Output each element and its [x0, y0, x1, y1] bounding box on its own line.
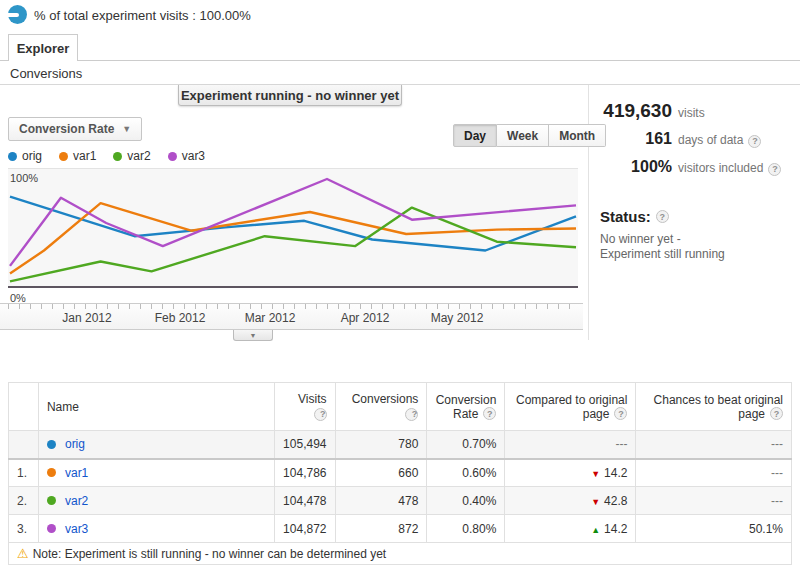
cell-rate: 0.60% — [427, 459, 505, 487]
header-compared-label: Compared to original page — [516, 393, 627, 421]
cell-compared: ▼14.2 — [505, 459, 636, 487]
help-icon[interactable] — [483, 407, 496, 420]
variant-dot-orig — [47, 440, 56, 449]
cell-rate: 0.70% — [427, 431, 505, 459]
variant-link-var1[interactable]: var1 — [65, 466, 88, 480]
tab-explorer-label: Explorer — [17, 41, 70, 56]
cell-compared: --- — [505, 431, 636, 459]
summary-visitors-included: 100% visitors included — [600, 158, 800, 176]
row-index: 1. — [9, 459, 39, 487]
tab-explorer[interactable]: Explorer — [8, 34, 78, 61]
legend-label-var1: var1 — [73, 149, 96, 163]
status-text-line1: No winner yet - — [600, 232, 725, 247]
table-row-var1: 1. var1 104,786 660 0.60% ▼14.2 --- — [9, 459, 792, 487]
x-axis-label-may: May 2012 — [431, 311, 484, 325]
x-axis-band: Jan 2012 Feb 2012 Mar 2012 Apr 2012 May … — [0, 303, 583, 330]
cell-rate: 0.80% — [427, 515, 505, 543]
cell-visits: 105,494 — [275, 431, 335, 459]
cell-conversions: 780 — [335, 431, 427, 459]
variant-link-orig[interactable]: orig — [65, 437, 85, 451]
table-note-row: Note: Experiment is still running - no w… — [9, 543, 792, 565]
legend-item-var3: var3 — [168, 149, 205, 163]
cell-compared-value: 14.2 — [604, 522, 627, 536]
legend-label-var3: var3 — [182, 149, 205, 163]
variant-name-cell: orig — [47, 437, 266, 451]
cell-compared: ▼42.8 — [505, 487, 636, 515]
visits-label: visits — [678, 106, 705, 120]
visits-value: 419,630 — [600, 100, 672, 122]
trend-down-icon: ▼ — [591, 469, 600, 479]
summary-days: 161 days of data — [600, 130, 800, 148]
header-rate: Conversion Rate — [427, 383, 505, 431]
granularity-week-button[interactable]: Week — [497, 124, 549, 147]
cell-visits: 104,478 — [275, 487, 335, 515]
help-icon[interactable] — [768, 163, 781, 176]
legend-dot-var3 — [168, 152, 177, 161]
row-index: 3. — [9, 515, 39, 543]
experiment-status-banner: Experiment running - no winner yet — [178, 85, 402, 106]
summary-visits: 419,630 visits — [600, 100, 800, 122]
legend-dot-var2 — [113, 152, 122, 161]
header-visits: Visits — [275, 383, 335, 431]
granularity-day-button[interactable]: Day — [453, 124, 497, 147]
timeline-collapse-handle[interactable]: ▼ — [233, 330, 273, 341]
variant-link-var2[interactable]: var2 — [65, 494, 88, 508]
status-heading-label: Status: — [600, 208, 651, 225]
legend-label-orig: orig — [22, 149, 42, 163]
status-text: No winner yet - Experiment still running — [600, 232, 725, 262]
legend-dot-orig — [8, 152, 17, 161]
variant-link-var3[interactable]: var3 — [65, 522, 88, 536]
x-axis-label-mar: Mar 2012 — [245, 311, 296, 325]
granularity-day-label: Day — [464, 129, 486, 143]
metric-dropdown-button[interactable]: Conversion Rate ▼ — [8, 117, 142, 141]
help-icon[interactable] — [314, 408, 327, 421]
metric-group-conversions[interactable]: Conversions — [10, 66, 82, 81]
header-chances: Chances to beat original page — [636, 383, 792, 431]
cell-chances: --- — [636, 487, 792, 515]
x-axis-ticks — [8, 304, 578, 309]
chevron-down-icon: ▼ — [122, 124, 131, 134]
note-text: Note: Experiment is still running - no w… — [33, 547, 387, 561]
days-value: 161 — [600, 130, 672, 148]
trend-up-icon: ▲ — [591, 525, 600, 535]
variant-dot-var3 — [47, 524, 56, 533]
help-icon[interactable] — [656, 210, 669, 223]
table-row-orig: orig 105,494 780 0.70% --- --- — [9, 431, 792, 459]
trend-down-icon: ▼ — [591, 497, 600, 507]
help-icon[interactable] — [770, 407, 783, 420]
y-axis-100-label: 100% — [10, 172, 38, 184]
metric-dropdown-label: Conversion Rate — [19, 122, 114, 136]
legend-item-orig: orig — [8, 149, 42, 163]
help-icon[interactable] — [405, 408, 418, 421]
variant-name-cell: var3 — [47, 522, 266, 536]
status-text-line2: Experiment still running — [600, 247, 725, 262]
x-axis-label-feb: Feb 2012 — [155, 311, 206, 325]
note-cell: Note: Experiment is still running - no w… — [9, 543, 792, 565]
cell-compared-value: 14.2 — [604, 466, 627, 480]
table-row-var2: 2. var2 104,478 478 0.40% ▼42.8 --- — [9, 487, 792, 515]
cell-compared-value: 42.8 — [604, 494, 627, 508]
tab-bar-divider — [0, 60, 800, 61]
cell-compared-value: --- — [615, 437, 627, 451]
results-table: Name Visits Conversions Conversion Rate … — [8, 382, 792, 565]
days-label: days of data — [678, 133, 743, 147]
visitors-included-value: 100% — [600, 158, 672, 176]
segment-label: % of total experiment visits : 100.00% — [34, 8, 251, 23]
granularity-week-label: Week — [507, 129, 538, 143]
cell-rate: 0.40% — [427, 487, 505, 515]
header-chances-label: Chances to beat original page — [654, 393, 783, 421]
variant-dot-var1 — [47, 468, 56, 477]
segment-donut-icon — [8, 5, 27, 24]
x-axis-label-jan: Jan 2012 — [62, 311, 111, 325]
help-icon[interactable] — [614, 407, 627, 420]
cell-chances: --- — [636, 459, 792, 487]
granularity-month-button[interactable]: Month — [549, 124, 606, 147]
legend-dot-var1 — [59, 152, 68, 161]
header-conversions: Conversions — [335, 383, 427, 431]
help-icon[interactable] — [748, 135, 761, 148]
status-heading: Status: — [600, 208, 669, 225]
header-conversions-label: Conversions — [352, 392, 419, 406]
x-axis-label-apr: Apr 2012 — [341, 311, 390, 325]
cell-visits: 104,872 — [275, 515, 335, 543]
variant-dot-var2 — [47, 496, 56, 505]
